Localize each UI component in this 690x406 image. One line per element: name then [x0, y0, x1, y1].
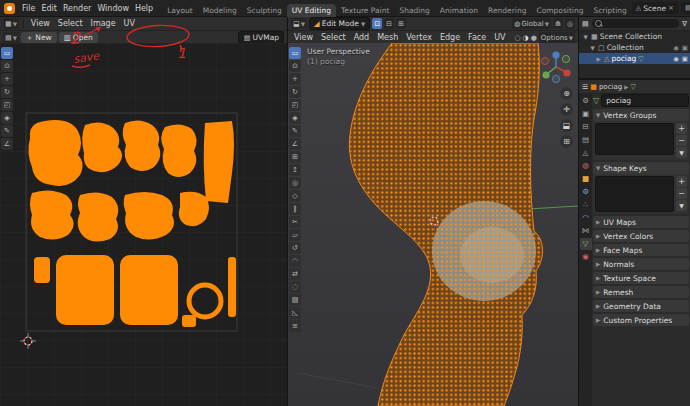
remove-shape-key-button[interactable]: − — [676, 188, 687, 199]
panel-shape-keys[interactable]: ▼ Shape Keys — [593, 162, 689, 174]
properties-editor-icon[interactable]: ☰ — [582, 83, 588, 91]
tab-particles[interactable]: ∴ — [580, 199, 592, 211]
tool-move-icon[interactable]: + — [1, 73, 13, 85]
disclosure-icon[interactable]: ▼ — [582, 34, 589, 40]
tool-shear-icon[interactable]: ▨ — [289, 294, 301, 306]
uv-menu-select[interactable]: Select — [55, 19, 86, 28]
panel-remesh[interactable]: ▶ Remesh — [593, 286, 689, 298]
vp-menu-mesh[interactable]: Mesh — [374, 33, 401, 42]
menu-render[interactable]: Render — [60, 4, 94, 13]
mode-selector[interactable]: ◢ Edit Mode ▼ — [309, 17, 370, 30]
filter-icon[interactable]: ∇ — [682, 20, 687, 28]
tab-scripting[interactable]: Scripting — [588, 4, 631, 17]
new-image-button[interactable]: ＋ New — [21, 32, 57, 43]
tab-uv-editing[interactable]: UV Editing — [287, 4, 336, 17]
proportional-edit-icon[interactable]: ◎ — [565, 18, 575, 29]
outliner-editor-icon[interactable]: ▤ — [582, 20, 589, 28]
menu-file[interactable]: File — [19, 4, 38, 13]
tool-knife-icon[interactable]: ✂ — [289, 216, 301, 228]
vp-menu-select[interactable]: Select — [318, 33, 349, 42]
select-mode-vertex-button[interactable]: ⊡ — [372, 18, 382, 29]
tool-annotate-icon[interactable]: ✎ — [1, 125, 13, 137]
panel-face-maps[interactable]: ▶ Face Maps — [593, 244, 689, 256]
add-shape-key-button[interactable]: + — [676, 176, 687, 187]
blender-logo-icon[interactable] — [4, 3, 15, 14]
tool-cursor-icon[interactable]: ⊙ — [289, 60, 301, 72]
tab-scene[interactable]: ◬ — [580, 147, 592, 159]
menu-help[interactable]: Help — [132, 4, 156, 13]
tool-select-box-icon[interactable]: ▭ — [1, 47, 13, 59]
tab-modifiers[interactable]: ⚙ — [580, 186, 592, 198]
select-mode-face-button[interactable]: ⊞ — [396, 18, 406, 29]
viewport-canvas[interactable]: ▭ ⊙ + ↻ ◰ ◈ ✎ ∠ ⊞ ↥ ◎ ◇ ∥ ✂ ▱ ↺ ◠ ⇄ ◌ ▨ — [288, 43, 578, 406]
open-image-button[interactable]: ▥ Open — [59, 32, 98, 43]
uv-menu-image[interactable]: Image — [88, 19, 119, 28]
mesh-name-field[interactable]: pociag — [601, 94, 689, 107]
vertex-groups-list[interactable] — [595, 123, 674, 155]
tab-rendering[interactable]: Rendering — [483, 4, 531, 17]
navigation-gizmo[interactable] — [538, 49, 574, 85]
vp-menu-add[interactable]: Add — [351, 33, 373, 42]
tab-layout[interactable]: Layout — [162, 4, 198, 17]
tab-world[interactable]: ◍ — [580, 160, 592, 172]
shape-key-specials-icon[interactable]: ▼ — [676, 200, 687, 211]
tool-scale-icon[interactable]: ◰ — [1, 99, 13, 111]
tool-spin-icon[interactable]: ↺ — [289, 242, 301, 254]
tab-physics[interactable]: ◠ — [580, 212, 592, 224]
panel-vertex-colors[interactable]: ▶ Vertex Colors — [593, 230, 689, 242]
uv-canvas[interactable]: ▭ ⊙ + ↻ ◰ ◈ ✎ ∠ — [0, 43, 287, 406]
vp-menu-vertex[interactable]: Vertex — [403, 33, 435, 42]
panel-texture-space[interactable]: ▶ Texture Space — [593, 272, 689, 284]
vp-menu-view[interactable]: View — [291, 33, 316, 42]
panel-uv-maps[interactable]: ▶ UV Maps — [593, 216, 689, 228]
tool-rotate-icon[interactable]: ↻ — [1, 86, 13, 98]
panel-geometry-data[interactable]: ▶ Geometry Data — [593, 300, 689, 312]
tool-inset-icon[interactable]: ◎ — [289, 177, 301, 189]
shading-rendered-icon[interactable]: ● — [531, 34, 537, 42]
viewport-editor-type-button[interactable]: ⬓▼ — [291, 18, 307, 29]
tool-cursor-icon[interactable]: ⊙ — [1, 60, 13, 72]
tool-smooth-icon[interactable]: ◠ — [289, 255, 301, 267]
tab-constraints[interactable]: ⋈ — [580, 225, 592, 237]
shading-solid-icon[interactable]: ◑ — [523, 34, 529, 42]
tab-sculpting[interactable]: Sculpting — [242, 4, 287, 17]
tool-poly-build-icon[interactable]: ▱ — [289, 229, 301, 241]
uv-menu-uv[interactable]: UV — [121, 19, 138, 28]
tab-modeling[interactable]: Modeling — [198, 4, 242, 17]
scene-selector[interactable]: ◬ Scene × — [632, 2, 678, 14]
add-vertex-group-button[interactable]: + — [676, 123, 687, 134]
tool-move-icon[interactable]: + — [289, 73, 301, 85]
tab-render[interactable]: ▣ — [580, 108, 592, 120]
shape-keys-list[interactable] — [595, 176, 674, 212]
tool-select-box-icon[interactable]: ▭ — [289, 47, 301, 59]
disclosure-icon[interactable]: ▼ — [589, 45, 596, 51]
selected-mesh[interactable] — [349, 43, 542, 406]
panel-custom-properties[interactable]: ▶ Custom Properties — [593, 314, 689, 326]
uv-menu-view[interactable]: View — [28, 19, 53, 28]
hide-eye-icon[interactable]: ◉ — [673, 55, 679, 63]
tool-annotate-icon[interactable]: ✎ — [289, 125, 301, 137]
tool-measure-icon[interactable]: ∠ — [1, 138, 13, 150]
select-mode-edge-button[interactable]: ⊟ — [384, 18, 394, 29]
vertex-group-specials-icon[interactable]: ▼ — [676, 147, 687, 158]
vp-menu-face[interactable]: Face — [465, 33, 489, 42]
perspective-toggle-icon[interactable]: ⊞ — [560, 135, 573, 148]
tool-transform-icon[interactable]: ◈ — [1, 112, 13, 124]
tool-edge-slide-icon[interactable]: ⇄ — [289, 268, 301, 280]
tool-bevel-icon[interactable]: ◇ — [289, 190, 301, 202]
tool-add-cube-icon[interactable]: ⊞ — [289, 151, 301, 163]
outliner-row-object[interactable]: ▶ △ pociag ▽ ◉ ▣ — [579, 53, 690, 64]
disable-render-icon[interactable]: ▣ — [682, 55, 688, 63]
panel-normals[interactable]: ▶ Normals — [593, 258, 689, 270]
camera-view-icon[interactable]: ⬓ — [560, 119, 573, 132]
uv-editor-type-button[interactable]: ▦▼ — [3, 18, 19, 29]
options-dropdown[interactable]: Options ▼ — [539, 32, 575, 43]
unlink-scene-icon[interactable]: × — [668, 4, 674, 12]
tab-compositing[interactable]: Compositing — [531, 4, 588, 17]
tab-material[interactable]: ◉ — [580, 251, 592, 263]
vp-menu-edge[interactable]: Edge — [437, 33, 463, 42]
tool-rotate-icon[interactable]: ↻ — [289, 86, 301, 98]
tab-texture-paint[interactable]: Texture Paint — [336, 4, 394, 17]
outliner-row-collection[interactable]: ▼ ▢ Collection ◉ ▣ — [579, 42, 690, 53]
tool-misc-icon[interactable]: ≡ — [289, 320, 301, 332]
